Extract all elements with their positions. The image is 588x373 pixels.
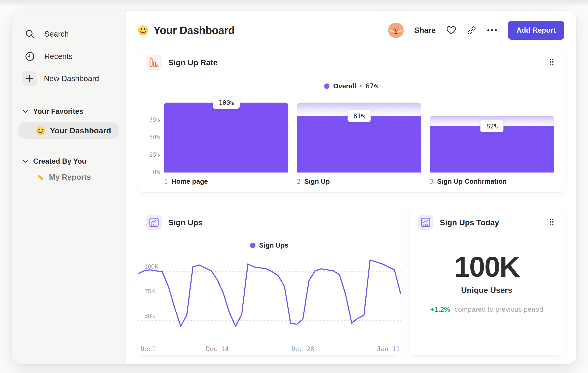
funnel-step-number: 3 <box>430 178 433 185</box>
funnel-value-chip: 81% <box>348 110 371 122</box>
sidebar-item-label: New Dashboard <box>44 74 99 83</box>
sign-ups-line-series <box>138 255 401 338</box>
sidebar-item-label: Your Dashboard <box>50 126 111 135</box>
section-label: Created By You <box>33 157 86 165</box>
share-button[interactable]: Share <box>414 26 436 35</box>
funnel-y-axis: 75%50%25%0% <box>147 95 164 172</box>
line-chart-icon <box>146 215 162 230</box>
dashboard-header: Your Dashboard Share <box>138 21 564 40</box>
more-options-ellipsis-icon[interactable] <box>487 29 497 32</box>
chevron-down-icon <box>23 160 28 163</box>
funnel-step-number: 2 <box>297 178 301 185</box>
kpi-value: 100K <box>410 251 564 283</box>
favorite-heart-icon[interactable] <box>446 26 456 35</box>
sign-up-rate-card: Sign Up Rate Overall • 67% 75%50%25%0% <box>138 49 564 192</box>
sidebar: Search Recents New Dashboard <box>12 11 126 364</box>
drag-handle-icon[interactable] <box>548 217 556 228</box>
app-window: Search Recents New Dashboard <box>12 11 576 364</box>
card-title: Sign Ups <box>168 218 202 227</box>
line-x-tick: Dec 14 <box>206 345 229 353</box>
sign-ups-today-card: Sign Ups Today 100K Unique Users +1.2% <box>409 209 564 355</box>
funnel-y-tick: 50% <box>149 134 160 141</box>
search-icon <box>22 27 37 41</box>
funnel-step-number: 1 <box>164 178 168 185</box>
section-label: Your Favorites <box>33 107 83 116</box>
kpi-label: Unique Users <box>410 286 564 295</box>
funnel-chart: 75%50%25%0% 100%1Home page81%2Sign Up82%… <box>138 93 564 192</box>
funnel-step-name: Sign Up Confirmation <box>437 178 507 185</box>
funnel-y-tick: 25% <box>149 151 160 158</box>
card-title: Sign Ups Today <box>440 218 499 227</box>
legend-dot <box>250 243 255 248</box>
legend-series-name: Sign Ups <box>259 242 289 249</box>
sidebar-item-new-dashboard[interactable]: New Dashboard <box>12 68 125 90</box>
kpi-delta: +1.2% <box>430 305 450 313</box>
funnel-bar[interactable] <box>164 102 288 172</box>
kpi-delta-note: compared to previous period <box>454 305 543 313</box>
drag-handle-icon[interactable] <box>548 57 556 68</box>
sign-ups-card: Sign Ups Sign Ups 100K75K50K Dec1Dec 14D… <box>138 209 401 355</box>
smiley-emoji-icon <box>138 25 148 36</box>
main-content: Your Dashboard Share <box>126 11 576 364</box>
line-chart-icon <box>418 215 433 230</box>
clock-icon <box>22 49 37 64</box>
funnel-step-column: 82%3Sign Up Confirmation <box>430 95 554 185</box>
sidebar-item-label: Search <box>44 30 69 39</box>
funnel-legend: Overall • 67% <box>138 76 564 93</box>
funnel-y-tick: 0% <box>153 169 160 176</box>
funnel-bar-area: 100% <box>164 95 288 172</box>
funnel-step-column: 81%2Sign Up <box>297 95 421 185</box>
sidebar-item-my-reports[interactable]: My Reports <box>12 172 125 182</box>
legend-dot <box>324 83 329 89</box>
funnel-value-chip: 82% <box>480 120 504 132</box>
avatar[interactable] <box>388 23 404 38</box>
funnel-step-label: 1Home page <box>164 178 288 185</box>
background-top-strip <box>0 0 588 6</box>
legend-value: 67% <box>366 82 378 90</box>
funnel-value-chip: 100% <box>213 97 240 109</box>
sidebar-item-search[interactable]: Search <box>12 23 125 45</box>
funnel-step-name: Sign Up <box>304 178 330 185</box>
funnel-step-column: 100%1Home page <box>164 95 288 185</box>
sidebar-item-label: Recents <box>44 52 73 61</box>
sidebar-item-label: My Reports <box>49 173 91 181</box>
smiley-emoji-icon <box>36 126 45 135</box>
funnel-bar-area: 81% <box>297 95 421 172</box>
sidebar-section-created-by-you[interactable]: Created By You <box>12 157 125 165</box>
sidebar-section-your-favorites[interactable]: Your Favorites <box>12 107 125 116</box>
line-x-tick: Dec1 <box>140 345 156 353</box>
sidebar-item-recents[interactable]: Recents <box>12 45 125 68</box>
copy-link-icon[interactable] <box>467 26 476 35</box>
funnel-step-label: 3Sign Up Confirmation <box>430 178 554 185</box>
add-report-button[interactable]: Add Report <box>508 21 564 40</box>
funnel-bar[interactable] <box>297 116 421 172</box>
funnel-bar-area: 82% <box>430 95 554 172</box>
line-x-tick: Dec 28 <box>291 345 314 353</box>
pencil-emoji-icon <box>35 172 45 182</box>
line-chart-x-axis: Dec1Dec 14Dec 28Jan 11 <box>138 340 401 355</box>
funnel-bar[interactable] <box>430 126 554 172</box>
sidebar-item-your-dashboard[interactable]: Your Dashboard <box>18 122 119 139</box>
page-title: Your Dashboard <box>154 24 234 37</box>
legend-series-name: Overall <box>333 82 356 90</box>
line-x-tick: Jan 11 <box>377 345 400 353</box>
funnel-columns: 100%1Home page81%2Sign Up82%3Sign Up Con… <box>164 95 554 185</box>
legend-separator: • <box>360 83 362 89</box>
chevron-down-icon <box>23 110 28 113</box>
line-chart-plot[interactable]: 100K75K50K <box>138 255 401 338</box>
plus-icon <box>22 71 37 86</box>
funnel-y-tick: 75% <box>149 116 160 123</box>
bar-chart-icon <box>146 55 162 70</box>
funnel-step-name: Home page <box>171 178 208 185</box>
line-legend: Sign Ups <box>138 236 401 255</box>
card-title: Sign Up Rate <box>168 58 218 67</box>
funnel-step-label: 2Sign Up <box>297 178 421 185</box>
